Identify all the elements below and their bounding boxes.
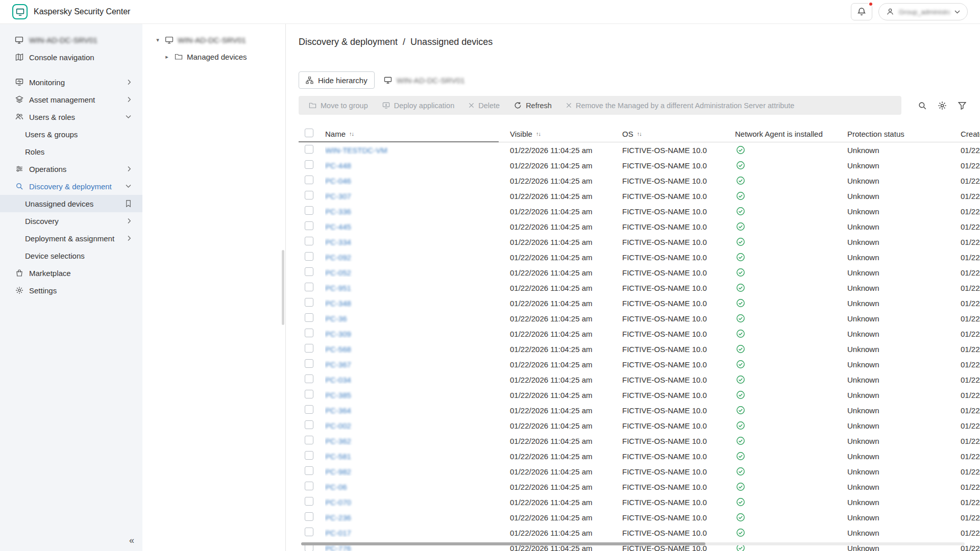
visible-cell: 01/22/2026 11:04:25 am <box>510 452 622 461</box>
row-checkbox[interactable] <box>305 436 313 444</box>
sidebar-item-label: Users & groups <box>25 130 78 139</box>
device-name-link[interactable]: PC-002 <box>325 421 351 430</box>
horizontal-scrollbar-thumb[interactable] <box>301 542 705 545</box>
device-name-link[interactable]: PC-362 <box>325 437 351 445</box>
sidebar-item-roles[interactable]: Roles <box>0 143 142 160</box>
sidebar-item-discovery-deployment[interactable]: Discovery & deployment <box>0 178 142 195</box>
notification-badge <box>868 2 873 7</box>
device-name-link[interactable]: PC-982 <box>325 467 351 476</box>
row-checkbox[interactable] <box>305 298 313 307</box>
device-name-link[interactable]: PC-951 <box>325 284 351 292</box>
row-checkbox[interactable] <box>305 374 313 383</box>
row-checkbox[interactable] <box>305 390 313 398</box>
caret-right-icon[interactable]: ▸ <box>164 54 170 60</box>
breadcrumb-section[interactable]: Discovery & deployment <box>299 37 398 47</box>
row-checkbox[interactable] <box>305 267 313 276</box>
device-name-link[interactable]: PC-367 <box>325 360 351 369</box>
check-circle-icon <box>736 497 745 507</box>
gear-icon[interactable] <box>938 101 947 110</box>
row-checkbox[interactable] <box>305 191 313 199</box>
row-checkbox[interactable] <box>305 176 313 184</box>
row-checkbox[interactable] <box>305 329 313 337</box>
device-name-link[interactable]: PC-052 <box>325 268 351 277</box>
row-checkbox[interactable] <box>305 206 313 215</box>
tree-node-server[interactable]: ▾ WIN-AD-DC-SRV01 <box>142 33 285 46</box>
sidebar-item-settings[interactable]: Settings <box>0 282 142 299</box>
created-cell: 01/22/2026 11:04:25 am <box>961 529 980 537</box>
device-name-link[interactable]: PC-236 <box>325 513 351 522</box>
device-name-link[interactable]: PC-06 <box>325 483 347 491</box>
column-header-name[interactable]: Name ↑↓ <box>325 130 510 138</box>
user-menu-button[interactable]: Group_administrator <box>878 3 968 20</box>
visible-cell: 01/22/2026 11:04:25 am <box>510 360 622 369</box>
row-checkbox[interactable] <box>305 466 313 475</box>
select-all-checkbox[interactable] <box>305 129 313 137</box>
column-header-os[interactable]: OS ↑↓ <box>622 130 735 138</box>
device-name-link[interactable]: PC-448 <box>325 161 351 170</box>
device-name-link[interactable]: PC-364 <box>325 406 351 415</box>
device-name-link[interactable]: PC-034 <box>325 375 351 384</box>
row-checkbox[interactable] <box>305 313 313 322</box>
sidebar-item-deployment-assignment[interactable]: Deployment & assignment <box>0 230 142 247</box>
os-cell: FICTIVE-OS-NAME 10.0 <box>622 483 735 491</box>
row-checkbox[interactable] <box>305 512 313 521</box>
device-name-link[interactable]: PC-581 <box>325 452 351 461</box>
visible-cell: 01/22/2026 11:04:25 am <box>510 437 622 445</box>
row-checkbox[interactable] <box>305 482 313 490</box>
column-header-visible[interactable]: Visible ↑↓ <box>510 130 622 138</box>
sidebar-item-asset-management[interactable]: Asset management <box>0 91 142 108</box>
sidebar-item-unassigned-devices[interactable]: Unassigned devices <box>0 195 142 212</box>
device-name-link[interactable]: PC-445 <box>325 222 351 231</box>
row-checkbox[interactable] <box>305 283 313 291</box>
sidebar-item-monitoring[interactable]: Monitoring <box>0 73 142 91</box>
visible-cell: 01/22/2026 11:04:25 am <box>510 207 622 216</box>
tree-node-label: WIN-AD-DC-SRV01 <box>178 36 246 44</box>
chevron-right-icon <box>128 97 131 103</box>
row-checkbox[interactable] <box>305 221 313 230</box>
close-icon <box>469 103 474 108</box>
row-checkbox[interactable] <box>305 237 313 245</box>
device-name-link[interactable]: PC-307 <box>325 192 351 201</box>
sidebar-item-users-roles[interactable]: Users & roles <box>0 108 142 126</box>
device-name-link[interactable]: PC-568 <box>325 345 351 354</box>
hide-hierarchy-button[interactable]: Hide hierarchy <box>299 71 375 89</box>
row-checkbox[interactable] <box>305 252 313 261</box>
row-checkbox[interactable] <box>305 359 313 368</box>
row-checkbox[interactable] <box>305 528 313 536</box>
row-checkbox[interactable] <box>305 451 313 460</box>
device-name-link[interactable]: PC-092 <box>325 253 351 262</box>
notifications-button[interactable] <box>851 3 872 20</box>
sidebar-item-discovery[interactable]: Discovery <box>0 212 142 230</box>
row-checkbox[interactable] <box>305 160 313 169</box>
sidebar-item-device-selections[interactable]: Device selections <box>0 247 142 264</box>
sidebar-item-users-groups[interactable]: Users & groups <box>0 126 142 143</box>
sidebar-server[interactable]: WIN-AD-DC-SRV01 <box>0 31 142 48</box>
device-name-link[interactable]: PC-36 <box>325 314 347 323</box>
device-name-link[interactable]: PC-070 <box>325 498 351 507</box>
tree-node-managed-devices[interactable]: ▸ Managed devices <box>142 50 285 63</box>
row-checkbox[interactable] <box>305 497 313 506</box>
row-checkbox[interactable] <box>305 344 313 353</box>
filter-icon[interactable] <box>958 101 967 110</box>
caret-down-icon[interactable]: ▾ <box>155 37 161 43</box>
row-checkbox[interactable] <box>305 420 313 429</box>
refresh-button[interactable]: Refresh <box>507 102 559 110</box>
device-name-link[interactable]: PC-017 <box>325 529 351 537</box>
protection-cell: Unknown <box>847 284 961 292</box>
device-name-link[interactable]: PC-309 <box>325 330 351 338</box>
sidebar-item-operations[interactable]: Operations <box>0 160 142 178</box>
sidebar-collapse-button[interactable]: « <box>129 535 134 546</box>
device-name-link[interactable]: PC-385 <box>325 391 351 399</box>
device-name-link[interactable]: PC-046 <box>325 177 351 185</box>
device-name-link[interactable]: PC-334 <box>325 238 351 246</box>
device-name-link[interactable]: PC-336 <box>325 207 351 216</box>
device-name-link[interactable]: PC-348 <box>325 299 351 308</box>
device-name-link[interactable]: WIN-TESTDC-VM <box>325 146 387 155</box>
row-checkbox[interactable] <box>305 145 313 154</box>
search-icon[interactable] <box>918 101 927 110</box>
sidebar-item-marketplace[interactable]: Marketplace <box>0 264 142 282</box>
row-checkbox[interactable] <box>305 405 313 414</box>
sidebar-item-console-navigation[interactable]: Console navigation <box>0 48 142 66</box>
tree-scrollbar-thumb[interactable] <box>282 250 284 325</box>
action-label: Remove the Managed by a different Admini… <box>576 102 795 110</box>
